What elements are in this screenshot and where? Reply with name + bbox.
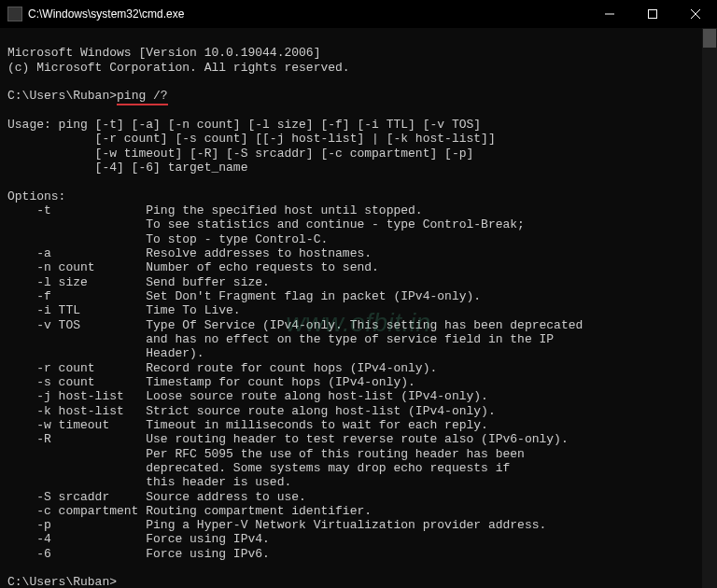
prompt-command: ping /? — [117, 89, 168, 105]
usage-line1: Usage: ping [-t] [-a] [-n count] [-l siz… — [7, 118, 481, 132]
header-line1: Microsoft Windows [Version 10.0.19044.20… — [7, 46, 320, 60]
window-title: C:\Windows\system32\cmd.exe — [28, 7, 588, 21]
usage-line3: [-w timeout] [-R] [-S srcaddr] [-c compa… — [7, 147, 473, 161]
console-output[interactable]: Microsoft Windows [Version 10.0.19044.20… — [0, 28, 717, 588]
scrollbar-thumb[interactable] — [703, 29, 716, 48]
svg-rect-1 — [649, 10, 657, 19]
maximize-button[interactable] — [631, 0, 674, 28]
scrollbar-track[interactable] — [702, 28, 717, 588]
close-button[interactable] — [674, 0, 717, 28]
prompt-prefix: C:\Users\Ruban> — [7, 89, 117, 103]
usage-line4: [-4] [-6] target_name — [7, 161, 247, 175]
minimize-button[interactable] — [588, 0, 631, 28]
titlebar: C:\Windows\system32\cmd.exe — [0, 0, 717, 28]
options-label: Options: — [7, 189, 65, 203]
window-controls — [588, 0, 717, 28]
header-line2: (c) Microsoft Corporation. All rights re… — [7, 61, 350, 75]
options-block: -t Ping the specified host until stopped… — [7, 203, 710, 561]
usage-line2: [-r count] [-s count] [[-j host-list] | … — [7, 132, 496, 146]
cmd-icon — [7, 7, 22, 21]
prompt2: C:\Users\Ruban> — [7, 575, 117, 588]
